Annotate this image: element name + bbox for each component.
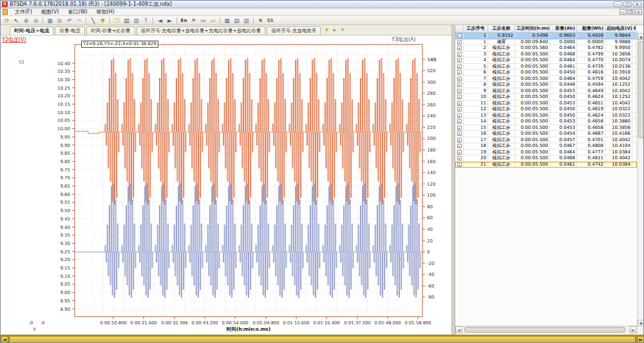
undo-icon[interactable]: ↶ <box>65 17 73 24</box>
tab-2[interactable]: 容量-电压 <box>55 26 85 35</box>
step-row-13[interactable]: +13模拟工步0:00:05.5000.04500.462410.0322 <box>455 113 637 119</box>
mdi-minimize-button[interactable]: – <box>620 9 627 15</box>
step-row-2[interactable]: +2模拟工步0:00:05.5600.04640.47829.9950 <box>455 45 637 52</box>
step-row-16[interactable]: +16模拟工步0:00:05.5000.04540.466710.4166 <box>455 131 637 137</box>
tab-3[interactable]: 时间-容量+比容量 <box>86 26 135 35</box>
save-icon[interactable]: ▤ <box>122 17 131 24</box>
expand-icon[interactable]: + <box>457 119 462 124</box>
list-collapse-icon[interactable]: ≔ <box>199 17 207 24</box>
cursor-icon[interactable]: ↖ <box>12 17 21 24</box>
pin-icon[interactable]: ⚑ <box>189 17 198 24</box>
refresh-icon[interactable]: ⟳ <box>3 17 11 24</box>
column-header[interactable] <box>455 25 464 32</box>
next-record-icon[interactable]: ► <box>166 17 174 24</box>
current-series[interactable] <box>75 184 422 297</box>
column-header[interactable]: 终 <box>632 25 636 32</box>
grid-view-icon[interactable]: ▦ <box>46 17 54 24</box>
expand-icon[interactable]: + <box>457 58 462 63</box>
vertical-scroll-thumb[interactable] <box>638 41 644 138</box>
chart-scroll-thumb[interactable] <box>9 336 636 343</box>
close-button[interactable]: × <box>633 1 641 7</box>
step-row-10[interactable]: +10模拟工步0:00:05.5000.04500.462410.1252 <box>455 94 637 101</box>
step-row-3[interactable]: +3模拟工步0:00:05.5000.04680.479910.3856 <box>455 52 637 58</box>
expand-icon[interactable]: + <box>457 40 462 44</box>
copy-icon[interactable]: ⧉ <box>55 17 64 24</box>
expand-icon[interactable]: + <box>457 89 462 93</box>
mdi-restore-button[interactable]: ❐ <box>627 9 634 15</box>
step-row-12[interactable]: +12模拟工步0:00:05.5000.04500.461910.0322 <box>455 106 637 113</box>
step-row-5[interactable]: +5模拟工步0:00:05.5000.04610.473910.0136 <box>455 64 637 70</box>
prev-record-icon[interactable]: ◄ <box>156 17 164 24</box>
expand-icon[interactable]: + <box>457 64 462 69</box>
minimize-button[interactable]: – <box>614 1 622 7</box>
tab-1[interactable]: 时间-电压+电流 <box>10 26 53 35</box>
column-header[interactable]: 工步序号 <box>464 25 488 32</box>
more-tabs-icon[interactable]: ▸ <box>331 26 338 35</box>
favorite-star-icon[interactable]: ★ <box>322 26 331 35</box>
menu-window[interactable]: 窗口(W) <box>64 8 92 16</box>
expand-icon[interactable]: + <box>457 144 462 148</box>
expand-icon[interactable]: + <box>457 70 462 75</box>
filter-icon[interactable]: ▼ <box>99 17 107 24</box>
expand-icon[interactable]: + <box>457 101 462 106</box>
expand-icon[interactable]: + <box>457 107 462 112</box>
expand-icon[interactable]: + <box>457 83 462 87</box>
scroll-up-icon[interactable]: ▲ <box>638 33 644 40</box>
scroll-left-icon[interactable]: ◄ <box>455 326 462 333</box>
chart-scroll-left-icon[interactable]: ◄ <box>1 336 8 343</box>
column-header[interactable]: 工步时间(h:min:s.r <box>515 25 550 32</box>
expand-icon[interactable]: + <box>457 138 462 142</box>
menu-help[interactable]: 帮助(H) <box>92 8 119 16</box>
step-row-14[interactable]: +14模拟工步0:00:05.5000.04530.465810.3880 <box>455 119 637 125</box>
report-grid-1-icon[interactable]: ▦ <box>223 17 231 24</box>
step-row-7[interactable]: +7模拟工步0:00:05.5000.04640.475910.4042 <box>455 76 637 83</box>
zoom-in-icon[interactable]: ⊕ <box>22 17 30 24</box>
expand-icon[interactable]: + <box>457 95 462 99</box>
step-row-4[interactable]: +4模拟工步0:00:05.5000.04640.477010.0074 <box>455 57 637 64</box>
step-row-17[interactable]: +17模拟工步0:00:05.5000.04570.470110.4042 <box>455 137 637 144</box>
zoom-out-icon[interactable]: ⊖ <box>32 17 40 24</box>
print-icon[interactable]: ▥ <box>132 17 140 24</box>
mdi-close-button[interactable]: × <box>635 9 642 15</box>
horizontal-scroll-thumb[interactable] <box>464 327 625 333</box>
expand-icon[interactable]: + <box>457 162 462 167</box>
step-row-1[interactable]: +1搁置0:00:09.6400.00000.00009.9888 <box>455 39 637 46</box>
step-row-9[interactable]: +9模拟工步0:00:05.5000.04530.464910.4042 <box>455 88 637 95</box>
cycle-summary-row[interactable]: −10.91520.54960.96039.40269.9844 <box>455 33 637 39</box>
expand-icon[interactable]: + <box>457 150 462 155</box>
menu-view[interactable]: 视图(V) <box>37 8 64 16</box>
s5-icon[interactable]: S5 <box>266 17 274 24</box>
chart-horizontal-scrollbar[interactable]: ◄ ► <box>1 335 644 343</box>
tab-5[interactable]: 循环序号-充放电效率 <box>267 26 321 35</box>
draw-line-icon[interactable]: ╲ <box>89 17 97 24</box>
excel-export-icon[interactable]: X <box>256 17 265 24</box>
maximize-button[interactable]: □ <box>623 1 632 7</box>
column-header[interactable]: 能量(Wh) <box>577 25 605 32</box>
step-row-21[interactable]: +21模拟工步0:00:05.5000.04610.474210.0384 <box>455 162 637 168</box>
redo-icon[interactable]: ↷ <box>75 17 83 24</box>
tab-4[interactable]: 循环序号-充电容量+放电容量+充电比容量+放电比容量 <box>137 26 266 35</box>
menu-file[interactable]: 文件(F) <box>10 8 37 16</box>
expand-icon[interactable]: + <box>457 156 462 161</box>
expand-icon[interactable]: + <box>457 52 462 57</box>
step-row-6[interactable]: +6模拟工步0:00:05.5000.04500.461610.3918 <box>455 70 637 76</box>
step-row-8[interactable]: +8模拟工步0:00:05.5000.04480.459410.1252 <box>455 82 637 88</box>
bookmark-star-icon[interactable]: ✶ <box>338 26 347 35</box>
step-row-18[interactable]: +18模拟工步0:00:05.5000.04670.480810.4104 <box>455 143 637 150</box>
open-file-icon[interactable]: ❐ <box>113 17 121 24</box>
step-row-20[interactable]: +20模拟工步0:00:05.5000.04680.481110.4042 <box>455 155 637 162</box>
expand-icon[interactable]: + <box>457 77 462 81</box>
report-grid-2-icon[interactable]: ▤ <box>232 17 241 24</box>
column-header[interactable]: 工步名称 <box>488 25 515 32</box>
voltage-current-chart[interactable]: 10.4010.3510.3010.2510.2010.1510.1010.05… <box>1 35 451 335</box>
scroll-right-icon[interactable]: ► <box>630 326 637 333</box>
collapse-icon[interactable]: − <box>457 34 462 38</box>
expand-icon[interactable]: + <box>457 126 462 130</box>
step-row-11[interactable]: +11模拟工步0:00:05.5000.04530.465110.4042 <box>455 101 637 107</box>
expand-icon[interactable]: + <box>457 132 462 136</box>
step-row-15[interactable]: +15模拟工步0:00:05.5000.04530.465810.3856 <box>455 125 637 132</box>
expand-icon[interactable]: + <box>457 113 462 118</box>
language-en-icon[interactable]: En <box>180 17 188 24</box>
y3-axis-title[interactable]: Y3电流(A) <box>392 36 416 43</box>
chart-scroll-right-icon[interactable]: ► <box>637 336 644 343</box>
